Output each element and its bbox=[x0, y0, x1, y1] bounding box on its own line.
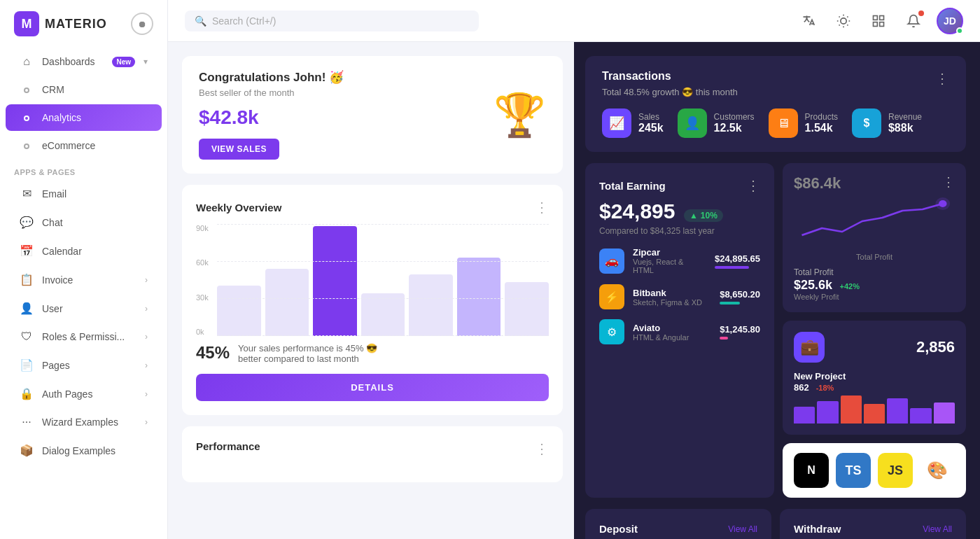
sidebar-item-email[interactable]: ✉ Email bbox=[6, 180, 162, 207]
aviato-sub: HTML & Angular bbox=[633, 333, 711, 342]
earning-compare: Compared to $84,325 last year bbox=[599, 226, 760, 236]
withdraw-title: Withdraw bbox=[794, 523, 841, 535]
congrats-card: Congratulations John! 🥳 Best seller of t… bbox=[182, 56, 563, 174]
nextjs-logo: N bbox=[794, 453, 829, 488]
customers-label: Customers bbox=[714, 112, 755, 122]
search-box[interactable]: 🔍 Search (Ctrl+/) bbox=[185, 10, 479, 31]
np-number: 2,856 bbox=[916, 338, 955, 356]
wizard-icon: ··· bbox=[20, 416, 34, 428]
total-profit-card: $86.4k ⋮ bbox=[783, 163, 966, 312]
bar-4 bbox=[361, 293, 405, 336]
earning-growth-badge: ▲ 10% bbox=[684, 209, 723, 222]
sidebar-item-calendar[interactable]: 📅 Calendar bbox=[6, 237, 162, 265]
mini-bars bbox=[794, 396, 955, 424]
customers-value: 12.5k bbox=[714, 122, 755, 134]
sidebar-item-dialog[interactable]: 📦 Dialog Examples bbox=[6, 437, 162, 464]
bitbank-name: Bitbank bbox=[633, 288, 711, 298]
sales-icon: 📈 bbox=[602, 108, 631, 138]
bar-5 bbox=[409, 274, 453, 336]
sidebar-item-chat[interactable]: 💬 Chat bbox=[6, 209, 162, 236]
deposit-header: Deposit View All bbox=[599, 523, 757, 535]
circle-icon bbox=[20, 83, 34, 96]
sidebar-item-label: eCommerce bbox=[42, 140, 148, 151]
zipcar-amount: $24,895.65 bbox=[715, 253, 760, 264]
bell-icon[interactable] bbox=[902, 9, 925, 33]
np-sub-value: 862 bbox=[794, 382, 809, 393]
sidebar-item-label: Wizard Examples bbox=[42, 416, 136, 428]
deposit-card: Deposit View All bbox=[585, 509, 771, 539]
revenue-label: Revenue bbox=[888, 112, 922, 122]
txn-customers: 👤 Customers 12.5k bbox=[678, 108, 755, 138]
svg-line-8 bbox=[847, 16, 848, 17]
earning-menu-icon[interactable]: ⋮ bbox=[746, 177, 760, 194]
sidebar-logo: M MATERIO ⏺ bbox=[0, 0, 167, 48]
sidebar-item-dashboards[interactable]: ⌂ Dashboards New ▾ bbox=[6, 48, 162, 75]
aviato-name: Aviato bbox=[633, 323, 711, 333]
products-value: 1.54k bbox=[805, 122, 838, 134]
bitbank-progress bbox=[720, 302, 740, 304]
performance-menu-icon[interactable]: ⋮ bbox=[535, 440, 549, 457]
figma-logo: 🎨 bbox=[920, 453, 955, 488]
sidebar-item-pages[interactable]: 📄 Pages › bbox=[6, 351, 162, 379]
avatar-wrapper[interactable]: JD bbox=[937, 8, 963, 34]
earning-list: 🚗 Zipcar Vuejs, React & HTML $24,895.65 bbox=[599, 247, 760, 344]
profit-menu-icon[interactable]: ⋮ bbox=[942, 174, 955, 190]
typescript-logo: TS bbox=[836, 453, 871, 488]
chevron-right-icon: › bbox=[145, 389, 148, 399]
translate-icon[interactable] bbox=[797, 9, 820, 33]
svg-line-4 bbox=[847, 24, 848, 25]
chevron-right-icon: › bbox=[145, 332, 148, 342]
performance-title: Performance bbox=[196, 440, 260, 452]
sidebar-item-label: Dashboards bbox=[42, 56, 104, 67]
section-label-apps: APPS & PAGES bbox=[0, 160, 167, 179]
sidebar-item-wizard[interactable]: ··· Wizard Examples › bbox=[6, 409, 162, 435]
app-name: MATERIO bbox=[45, 17, 107, 31]
details-button[interactable]: DETAILS bbox=[196, 374, 549, 401]
record-icon[interactable]: ⏺ bbox=[131, 13, 153, 35]
total-earning-card: Total Earning ⋮ $24,895 ▲ 10% Compared t… bbox=[585, 163, 774, 498]
transactions-menu-icon[interactable]: ⋮ bbox=[935, 70, 949, 87]
sidebar-item-label: Chat bbox=[42, 217, 148, 228]
bar-1 bbox=[217, 286, 261, 336]
withdraw-view-all[interactable]: View All bbox=[923, 524, 952, 534]
chevron-right-icon: › bbox=[145, 360, 148, 370]
earning-header: Total Earning ⋮ bbox=[599, 177, 760, 194]
withdraw-header: Withdraw View All bbox=[794, 523, 952, 535]
sidebar-item-label: Roles & Permissi... bbox=[42, 331, 136, 342]
view-sales-button[interactable]: VIEW SALES bbox=[199, 139, 279, 160]
brightness-icon[interactable] bbox=[832, 9, 855, 33]
sidebar-item-analytics[interactable]: Analytics bbox=[6, 104, 162, 131]
earning-item-zipcar: 🚗 Zipcar Vuejs, React & HTML $24,895.65 bbox=[599, 247, 760, 274]
zipcar-icon: 🚗 bbox=[599, 248, 624, 274]
deposit-view-all[interactable]: View All bbox=[728, 524, 757, 534]
txn-sales: 📈 Sales 245k bbox=[602, 108, 664, 138]
weekly-title: Weekly Overview bbox=[196, 202, 281, 214]
sidebar-item-crm[interactable]: CRM bbox=[6, 76, 162, 103]
bar-6 bbox=[457, 258, 501, 336]
weekly-menu-icon[interactable]: ⋮ bbox=[535, 199, 549, 216]
svg-rect-10 bbox=[880, 15, 884, 20]
sidebar-item-user[interactable]: 👤 User › bbox=[6, 295, 162, 322]
sidebar-item-label: Invoice bbox=[42, 274, 136, 286]
pages-icon: 📄 bbox=[20, 358, 34, 372]
transactions-title: Transactions bbox=[602, 70, 671, 83]
grid-icon[interactable] bbox=[867, 9, 890, 33]
sidebar-item-auth[interactable]: 🔒 Auth Pages › bbox=[6, 380, 162, 407]
sidebar-item-ecommerce[interactable]: eCommerce bbox=[6, 132, 162, 159]
svg-line-3 bbox=[839, 16, 840, 17]
profit-label: Total Profit bbox=[794, 267, 834, 277]
bitbank-icon: ⚡ bbox=[599, 284, 624, 309]
percentage-badge: 45% bbox=[196, 343, 230, 363]
main-area: 🔍 Search (Ctrl+/) JD bbox=[168, 0, 980, 539]
sidebar-item-invoice[interactable]: 📋 Invoice › bbox=[6, 266, 162, 293]
customers-icon: 👤 bbox=[678, 108, 707, 138]
bar-2 bbox=[265, 269, 309, 336]
revenue-value: $88k bbox=[888, 122, 922, 134]
sidebar-item-label: Email bbox=[42, 188, 148, 200]
sales-label: Sales bbox=[638, 112, 664, 122]
logos-card: N TS JS 🎨 bbox=[783, 443, 966, 498]
transactions-card: Transactions ⋮ Total 48.5% growth 😎 this… bbox=[585, 56, 966, 152]
profit-chart-svg bbox=[794, 197, 955, 248]
sidebar-item-roles[interactable]: 🛡 Roles & Permissi... › bbox=[6, 323, 162, 350]
chevron-right-icon: › bbox=[145, 417, 148, 427]
